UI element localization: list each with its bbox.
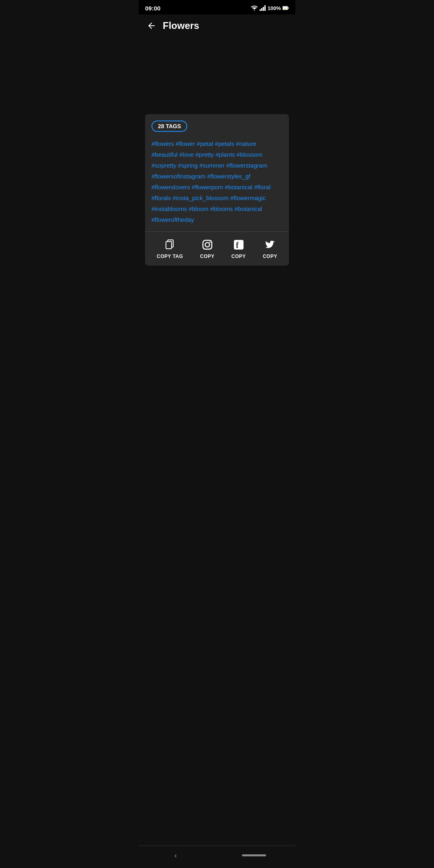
svg-point-13	[209, 242, 211, 243]
back-button[interactable]	[143, 18, 160, 34]
copy-instagram-button[interactable]: COPY	[200, 238, 215, 259]
battery-icon: ⚡	[283, 6, 289, 10]
copy-twitter-label: COPY	[263, 254, 277, 259]
copy-tag-icon	[164, 239, 176, 250]
svg-rect-2	[263, 7, 264, 11]
twitter-icon	[264, 239, 276, 250]
copy-tag-button[interactable]: COPY TAG	[157, 238, 183, 259]
svg-rect-10	[166, 242, 171, 248]
svg-rect-14	[234, 240, 244, 250]
main-content: 28 TAGS #flowers #flower #petal #petals …	[139, 37, 295, 399]
svg-text:f: f	[236, 241, 239, 250]
top-spacer	[145, 43, 289, 108]
battery-text: 100%	[268, 5, 281, 11]
back-arrow-icon	[147, 21, 156, 31]
svg-rect-0	[260, 9, 261, 11]
svg-rect-11	[203, 240, 212, 249]
tags-count-badge: 28 TAGS	[151, 121, 187, 132]
signal-icon	[260, 5, 266, 11]
tags-card: 28 TAGS #flowers #flower #petal #petals …	[145, 114, 289, 266]
tags-content[interactable]: #flowers #flower #petal #petals #nature …	[145, 135, 289, 231]
bottom-spacer	[145, 272, 289, 393]
action-buttons: COPY TAG COPY f	[145, 232, 289, 266]
svg-rect-5	[288, 8, 289, 9]
twitter-icon-container	[264, 238, 276, 251]
instagram-icon	[202, 239, 213, 250]
status-icons: 100% ⚡	[251, 5, 289, 11]
svg-rect-3	[264, 5, 266, 11]
copy-twitter-button[interactable]: COPY	[263, 238, 277, 259]
copy-facebook-button[interactable]: f COPY	[231, 238, 246, 259]
copy-facebook-label: COPY	[231, 254, 246, 259]
status-time: 09:00	[145, 5, 160, 12]
facebook-icon-container: f	[232, 238, 245, 251]
copy-instagram-label: COPY	[200, 254, 215, 259]
page-title: Flowers	[163, 20, 199, 31]
copy-tag-icon-container	[164, 238, 176, 251]
svg-rect-1	[261, 8, 262, 11]
svg-point-12	[205, 243, 209, 247]
status-bar: 09:00 100% ⚡	[139, 0, 295, 14]
tags-header: 28 TAGS	[145, 114, 289, 135]
instagram-icon-container	[201, 238, 214, 251]
svg-text:⚡: ⚡	[284, 7, 287, 10]
copy-tag-label: COPY TAG	[157, 254, 183, 259]
wifi-icon	[251, 5, 258, 11]
app-bar: Flowers	[139, 14, 295, 37]
facebook-icon: f	[233, 239, 244, 250]
